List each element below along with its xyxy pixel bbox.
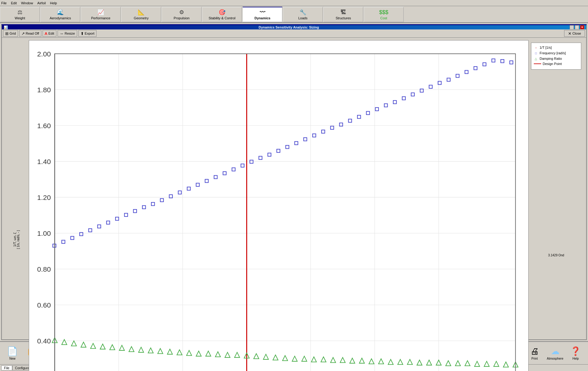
top-tab-aerodynamics[interactable]: 🌊Aerodynamics xyxy=(40,7,80,22)
svg-marker-123 xyxy=(311,357,317,362)
top-tab-geometry[interactable]: 📐Geometry xyxy=(121,7,161,22)
svg-marker-130 xyxy=(379,359,384,364)
chart-container: 1/T, ωn, ζ [ 1/s, rad/s, - ] xyxy=(2,38,586,371)
design-point-value: 3.1429 Ond xyxy=(531,254,581,257)
legend-freq-icon: □ xyxy=(534,51,538,55)
print-icon: 🖨 xyxy=(530,346,539,356)
svg-marker-103 xyxy=(119,345,125,350)
close-label: Close xyxy=(572,32,581,35)
svg-marker-120 xyxy=(283,356,288,361)
minimize-button[interactable]: _ xyxy=(570,25,574,29)
menu-file[interactable]: File xyxy=(1,1,7,5)
atmosphere-button[interactable]: ☁ Atmosphere xyxy=(545,343,565,363)
top-tab-performance[interactable]: 📈Performance xyxy=(81,7,121,22)
svg-text:0.60: 0.60 xyxy=(37,301,51,309)
svg-marker-121 xyxy=(292,356,297,361)
export-button[interactable]: ⬆ Export xyxy=(78,30,97,37)
chart-plot-area[interactable]: 0.00 0.20 0.40 0.60 0.80 1.00 1.20 1.40 … xyxy=(29,40,529,371)
svg-text:1.60: 1.60 xyxy=(37,122,51,130)
atmosphere-label: Atmosphere xyxy=(547,357,564,360)
menu-edit[interactable]: Edit xyxy=(11,1,17,5)
svg-text:1.00: 1.00 xyxy=(37,229,51,237)
svg-rect-61 xyxy=(205,179,208,182)
dsa-title-icon: 📊 xyxy=(4,25,8,29)
top-tab-propulsion[interactable]: ⚙Propulsion xyxy=(162,7,202,22)
svg-rect-78 xyxy=(357,115,360,118)
tab-icon-6: 〰 xyxy=(260,9,265,16)
svg-marker-97 xyxy=(62,339,67,345)
svg-marker-109 xyxy=(177,350,182,355)
svg-marker-108 xyxy=(167,349,172,354)
svg-marker-140 xyxy=(474,361,480,366)
readoff-button[interactable]: ↗ Read Off xyxy=(19,30,41,37)
top-tab-loads[interactable]: 🔧Loads xyxy=(283,7,323,22)
print-label: Print xyxy=(531,357,538,360)
menu-help[interactable]: Help xyxy=(50,1,57,5)
svg-marker-132 xyxy=(398,359,403,365)
svg-rect-79 xyxy=(366,111,369,114)
top-tab-stability&control[interactable]: 🎯Stability & Control xyxy=(202,7,242,22)
menu-airfoil[interactable]: Airfoil xyxy=(37,1,46,5)
menu-window[interactable]: Window xyxy=(21,1,33,5)
top-tab-structures[interactable]: 🏗Structures xyxy=(323,7,363,22)
svg-marker-111 xyxy=(196,351,201,356)
svg-rect-48 xyxy=(89,229,92,232)
dsa-window: 📊 Dynamics Sensitivity Analysis: Sizing … xyxy=(1,24,587,340)
maximize-button[interactable]: □ xyxy=(575,25,579,29)
svg-marker-142 xyxy=(494,361,499,366)
tab-label-2: Performance xyxy=(91,16,111,20)
svg-marker-134 xyxy=(417,360,422,365)
edit-button[interactable]: A Edit xyxy=(43,30,56,37)
new-button[interactable]: 📄 New xyxy=(2,343,22,363)
top-tab-cost[interactable]: $$$Cost xyxy=(364,7,404,22)
svg-marker-133 xyxy=(407,359,413,365)
close-button[interactable]: ✕ xyxy=(580,25,584,29)
svg-marker-131 xyxy=(388,359,393,365)
svg-rect-58 xyxy=(178,191,181,194)
svg-rect-65 xyxy=(241,164,244,167)
top-tab-dynamics[interactable]: 〰Dynamics xyxy=(243,7,282,22)
resize-button[interactable]: ↔ Resize xyxy=(58,30,77,37)
svg-marker-118 xyxy=(263,354,269,359)
svg-text:2.00: 2.00 xyxy=(37,50,51,58)
grid-icon: ⊞ xyxy=(5,31,9,36)
svg-marker-114 xyxy=(225,352,230,358)
grid-button[interactable]: ⊞ Grid xyxy=(3,30,18,37)
svg-rect-62 xyxy=(214,175,217,178)
tab-label-7: Loads xyxy=(298,16,307,20)
tab-icon-9: $$$ xyxy=(379,9,388,16)
svg-text:1.80: 1.80 xyxy=(37,86,51,94)
dsa-title-bar: 📊 Dynamics Sensitivity Analysis: Sizing … xyxy=(2,25,586,29)
svg-rect-95 xyxy=(510,61,513,64)
svg-rect-74 xyxy=(322,130,325,133)
help-button[interactable]: ❓ Help xyxy=(566,343,586,363)
svg-marker-141 xyxy=(484,361,489,366)
svg-marker-129 xyxy=(369,359,374,364)
svg-rect-49 xyxy=(98,225,101,228)
tab-label-0: Weight xyxy=(15,16,25,20)
tab-icon-2: 📈 xyxy=(97,9,104,16)
tab-icon-1: 🌊 xyxy=(57,9,64,16)
svg-rect-75 xyxy=(330,126,334,129)
svg-marker-124 xyxy=(321,357,326,362)
frequency-squares xyxy=(53,59,513,247)
svg-rect-77 xyxy=(349,119,352,122)
svg-rect-72 xyxy=(304,138,307,141)
top-tab-weight[interactable]: ⚖Weight xyxy=(0,7,40,22)
svg-rect-71 xyxy=(295,142,298,145)
grid-label: Grid xyxy=(9,32,16,35)
svg-rect-55 xyxy=(151,202,154,205)
tab-label-3: Geometry xyxy=(134,16,149,20)
tab-label-6: Dynamics xyxy=(254,16,270,20)
legend-item-freq: □ Frequency [rad/s] xyxy=(534,51,579,55)
svg-text:1.40: 1.40 xyxy=(37,158,51,166)
damping-upper xyxy=(52,338,518,367)
svg-rect-56 xyxy=(160,199,163,202)
svg-marker-138 xyxy=(455,361,461,366)
svg-marker-117 xyxy=(254,354,259,359)
main-area: 📊 Dynamics Sensitivity Analysis: Sizing … xyxy=(0,23,588,341)
statusbar-tab-file[interactable]: File xyxy=(1,365,12,370)
close-window-button[interactable]: ✕ Close xyxy=(564,30,585,37)
dsa-toolbar: ⊞ Grid ↗ Read Off A Edit ↔ Resize ⬆ Expo… xyxy=(2,29,586,38)
svg-rect-88 xyxy=(447,78,450,81)
